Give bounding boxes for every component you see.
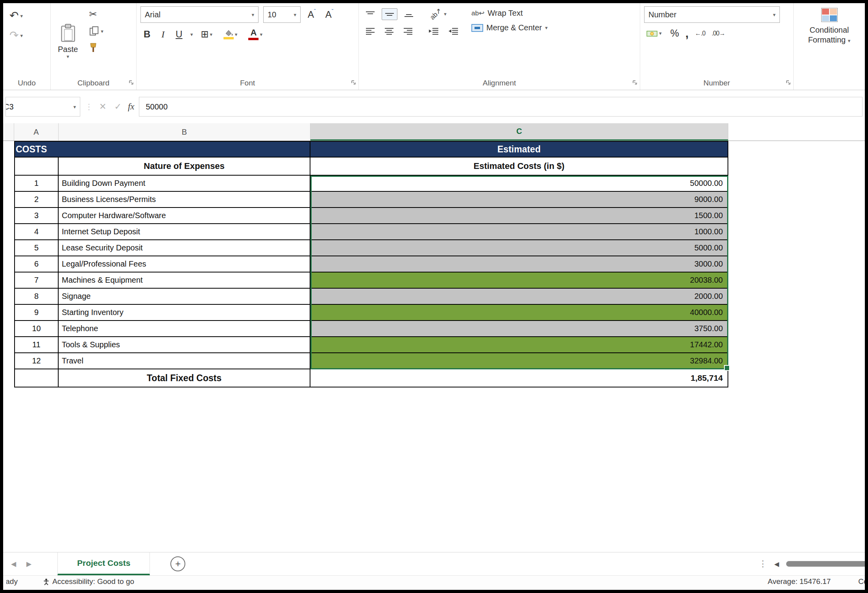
expense-name-cell[interactable]: Starting Inventory xyxy=(59,305,310,321)
cancel-icon[interactable]: ✕ xyxy=(98,102,108,112)
cost-value-cell[interactable]: 3000.00 xyxy=(310,256,728,272)
cost-value-cell[interactable]: 2000.00 xyxy=(310,289,728,305)
name-box[interactable]: C3 ▾ xyxy=(6,97,80,117)
accounting-format-button[interactable]: ▾ xyxy=(644,28,664,39)
more-options-icon[interactable]: ⋮ xyxy=(759,559,767,569)
number-dialog-launcher-icon[interactable] xyxy=(786,80,791,87)
chevron-down-icon[interactable]: ▾ xyxy=(20,13,23,19)
underline-button[interactable]: U xyxy=(172,28,185,41)
chevron-down-icon[interactable]: ▾ xyxy=(210,32,212,37)
chevron-down-icon[interactable]: ▾ xyxy=(545,25,548,30)
align-left-button[interactable] xyxy=(363,26,378,37)
column-header-c[interactable]: C xyxy=(310,123,728,141)
increase-indent-button[interactable] xyxy=(445,26,461,37)
cost-value-cell[interactable]: 20038.00 xyxy=(310,272,728,289)
column-header-a[interactable]: A xyxy=(14,123,59,141)
chevron-down-icon[interactable]: ▾ xyxy=(235,32,238,37)
select-all-corner[interactable] xyxy=(3,123,14,141)
align-top-button[interactable] xyxy=(363,9,378,20)
row-number-cell[interactable]: 8 xyxy=(14,289,59,305)
expense-name-cell[interactable]: Tools & Supplies xyxy=(59,337,310,353)
copy-button[interactable]: ▾ xyxy=(87,24,106,38)
percent-style-button[interactable]: % xyxy=(670,28,679,39)
merge-center-button[interactable]: Merge & Center ▾ xyxy=(471,23,548,32)
chevron-down-icon[interactable]: ▾ xyxy=(848,38,851,44)
cost-value-cell[interactable]: 17442.00 xyxy=(310,337,728,353)
new-sheet-button[interactable]: + xyxy=(170,556,185,571)
align-right-button[interactable] xyxy=(401,26,416,37)
scroll-left-icon[interactable]: ◀ xyxy=(774,560,779,568)
font-size-select[interactable]: 10 ▾ xyxy=(263,6,301,23)
align-middle-button[interactable] xyxy=(382,8,397,20)
align-center-button[interactable] xyxy=(382,26,397,37)
expense-name-cell[interactable]: Telephone xyxy=(59,321,310,337)
row-number-cell[interactable]: 11 xyxy=(14,337,59,353)
expense-name-cell[interactable]: Building Down Payment xyxy=(59,176,310,192)
row-number-cell[interactable]: 12 xyxy=(14,353,59,369)
alignment-dialog-launcher-icon[interactable] xyxy=(632,80,637,87)
orientation-button[interactable]: ab↗ ▾ xyxy=(427,8,449,20)
cost-value-cell[interactable]: 3750.00 xyxy=(310,321,728,337)
column-header-b[interactable]: B xyxy=(59,123,310,141)
increase-font-size-button[interactable]: Aˆ xyxy=(305,8,318,21)
row-number-cell[interactable]: 10 xyxy=(14,321,59,337)
paste-button[interactable]: Paste ▾ xyxy=(55,6,81,76)
cost-value-cell[interactable]: 9000.00 xyxy=(310,192,728,208)
expense-name-cell[interactable]: Signage xyxy=(59,289,310,305)
next-sheet-icon[interactable]: ▶ xyxy=(26,560,31,568)
clipboard-dialog-launcher-icon[interactable] xyxy=(129,80,134,87)
costs-title-cell[interactable]: COSTS xyxy=(14,141,310,158)
prev-sheet-icon[interactable]: ◀ xyxy=(11,560,16,568)
insert-function-icon[interactable]: fx xyxy=(128,102,135,112)
cost-value-cell[interactable]: 5000.00 xyxy=(310,240,728,256)
format-painter-button[interactable] xyxy=(87,41,106,54)
undo-button[interactable]: ↶ ▾ xyxy=(7,9,46,23)
chevron-down-icon[interactable]: ▾ xyxy=(20,33,23,38)
bold-button[interactable]: B xyxy=(140,28,153,41)
align-bottom-button[interactable] xyxy=(401,9,416,20)
font-color-button[interactable]: A ▾ xyxy=(245,28,266,41)
row-number-cell[interactable]: 1 xyxy=(14,176,59,192)
enter-check-icon[interactable]: ✓ xyxy=(113,102,123,112)
scrollbar-thumb[interactable] xyxy=(786,561,868,567)
conditional-formatting-button[interactable]: Conditional Formatting ▾ xyxy=(808,25,851,45)
estimated-costs-header[interactable]: Estimated Costs (in $) xyxy=(310,158,728,176)
italic-button[interactable]: I xyxy=(158,28,168,41)
estimated-title-cell[interactable]: Estimated xyxy=(310,141,728,158)
expense-name-cell[interactable]: Internet Setup Deposit xyxy=(59,224,310,240)
row-number-cell[interactable]: 7 xyxy=(14,272,59,289)
total-value-cell[interactable]: 1,85,714 xyxy=(310,369,728,387)
redo-button[interactable]: ↷ ▾ xyxy=(7,28,46,43)
decrease-font-size-button[interactable]: Aˇ xyxy=(323,8,336,21)
sheet-tab-project-costs[interactable]: Project Costs xyxy=(57,552,150,575)
accessibility-status[interactable]: Accessibility: Good to go xyxy=(43,577,134,586)
row-number-cell[interactable]: 5 xyxy=(14,240,59,256)
cost-value-cell[interactable]: 1500.00 xyxy=(310,208,728,224)
nature-of-expenses-header[interactable]: Nature of Expenses xyxy=(59,158,310,176)
chevron-down-icon[interactable]: ▾ xyxy=(444,11,447,17)
subheader-empty-cell[interactable] xyxy=(14,158,59,176)
expense-name-cell[interactable]: Lease Security Deposit xyxy=(59,240,310,256)
expense-name-cell[interactable]: Machines & Equipment xyxy=(59,272,310,289)
number-format-select[interactable]: Number ▾ xyxy=(644,6,780,23)
increase-decimal-button[interactable]: ←.0 xyxy=(695,30,705,37)
total-label-cell[interactable]: Total Fixed Costs xyxy=(59,369,310,387)
chevron-down-icon[interactable]: ▾ xyxy=(66,54,69,59)
chevron-down-icon[interactable]: ▾ xyxy=(73,104,76,109)
row-number-cell[interactable]: 6 xyxy=(14,256,59,272)
font-name-select[interactable]: Arial ▾ xyxy=(140,6,259,23)
cost-value-cell[interactable]: 50000.00 xyxy=(310,176,728,192)
cost-value-cell[interactable]: 32984.00 xyxy=(310,353,728,369)
chevron-down-icon[interactable]: ▾ xyxy=(190,32,193,37)
fill-color-button[interactable]: ▾ xyxy=(220,28,241,40)
chevron-down-icon[interactable]: ▾ xyxy=(101,29,103,34)
borders-button[interactable]: ⊞ ▾ xyxy=(198,28,216,41)
cost-value-cell[interactable]: 1000.00 xyxy=(310,224,728,240)
row-number-cell[interactable]: 9 xyxy=(14,305,59,321)
decrease-indent-button[interactable] xyxy=(426,26,441,37)
expense-name-cell[interactable]: Legal/Professional Fees xyxy=(59,256,310,272)
expense-name-cell[interactable]: Travel xyxy=(59,353,310,369)
expense-name-cell[interactable]: Business Licenses/Permits xyxy=(59,192,310,208)
cut-button[interactable]: ✂ xyxy=(87,7,106,21)
chevron-down-icon[interactable]: ▾ xyxy=(260,32,262,37)
